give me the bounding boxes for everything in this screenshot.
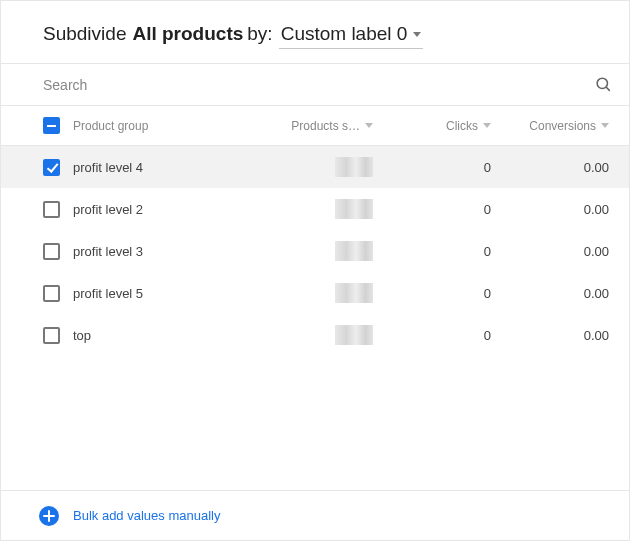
select-all-checkbox[interactable]	[43, 117, 60, 134]
search-icon[interactable]	[594, 75, 613, 94]
table-row[interactable]: profit level 500.00	[1, 272, 629, 314]
col-clicks[interactable]: Clicks	[373, 119, 491, 133]
blurred-value	[335, 199, 373, 219]
cell-conversions: 0.00	[491, 160, 609, 175]
table-body: profit level 400.00profit level 200.00pr…	[1, 146, 629, 490]
subdivide-by-label: by:	[247, 23, 272, 45]
cell-conversions: 0.00	[491, 202, 609, 217]
row-checkbox[interactable]	[43, 201, 60, 218]
col-conversions[interactable]: Conversions	[491, 119, 609, 133]
blurred-value	[335, 241, 373, 261]
cell-product-group: top	[73, 328, 243, 343]
footer: Bulk add values manually	[1, 490, 629, 540]
cell-clicks: 0	[373, 244, 491, 259]
cell-product-group: profit level 3	[73, 244, 243, 259]
dropdown-value: Custom label 0	[281, 23, 408, 45]
col-product-group[interactable]: Product group	[73, 119, 243, 133]
plus-circle-icon[interactable]	[39, 506, 59, 526]
subdivide-header: Subdivide All products by: Custom label …	[1, 1, 629, 63]
cell-clicks: 0	[373, 160, 491, 175]
cell-product-group: profit level 2	[73, 202, 243, 217]
svg-line-1	[606, 87, 610, 91]
cell-conversions: 0.00	[491, 244, 609, 259]
sort-caret-icon	[365, 123, 373, 128]
blurred-value	[335, 157, 373, 177]
cell-conversions: 0.00	[491, 328, 609, 343]
svg-point-0	[597, 78, 607, 88]
table-row[interactable]: profit level 300.00	[1, 230, 629, 272]
cell-products	[243, 325, 373, 345]
col-products[interactable]: Products s…	[243, 119, 373, 133]
bulk-add-link[interactable]: Bulk add values manually	[73, 508, 220, 523]
cell-product-group: profit level 5	[73, 286, 243, 301]
cell-products	[243, 283, 373, 303]
blurred-value	[335, 325, 373, 345]
table-header: Product group Products s… Clicks Convers…	[1, 106, 629, 146]
row-checkbox[interactable]	[43, 285, 60, 302]
subdivide-dialog: Subdivide All products by: Custom label …	[0, 0, 630, 541]
sort-caret-icon	[601, 123, 609, 128]
subdivide-dimension-dropdown[interactable]: Custom label 0	[279, 23, 424, 49]
search-input[interactable]: Search	[43, 77, 594, 93]
table-row[interactable]: top00.00	[1, 314, 629, 356]
cell-product-group: profit level 4	[73, 160, 243, 175]
row-checkbox[interactable]	[43, 327, 60, 344]
cell-clicks: 0	[373, 286, 491, 301]
cell-clicks: 0	[373, 202, 491, 217]
sort-caret-icon	[483, 123, 491, 128]
row-checkbox[interactable]	[43, 159, 60, 176]
blurred-value	[335, 283, 373, 303]
cell-products	[243, 199, 373, 219]
cell-clicks: 0	[373, 328, 491, 343]
subdivide-target: All products	[132, 23, 243, 45]
table-row[interactable]: profit level 200.00	[1, 188, 629, 230]
subdivide-prefix: Subdivide	[43, 23, 126, 45]
chevron-down-icon	[413, 32, 421, 37]
cell-products	[243, 241, 373, 261]
row-checkbox[interactable]	[43, 243, 60, 260]
search-row[interactable]: Search	[1, 63, 629, 106]
cell-products	[243, 157, 373, 177]
table-row[interactable]: profit level 400.00	[1, 146, 629, 188]
cell-conversions: 0.00	[491, 286, 609, 301]
